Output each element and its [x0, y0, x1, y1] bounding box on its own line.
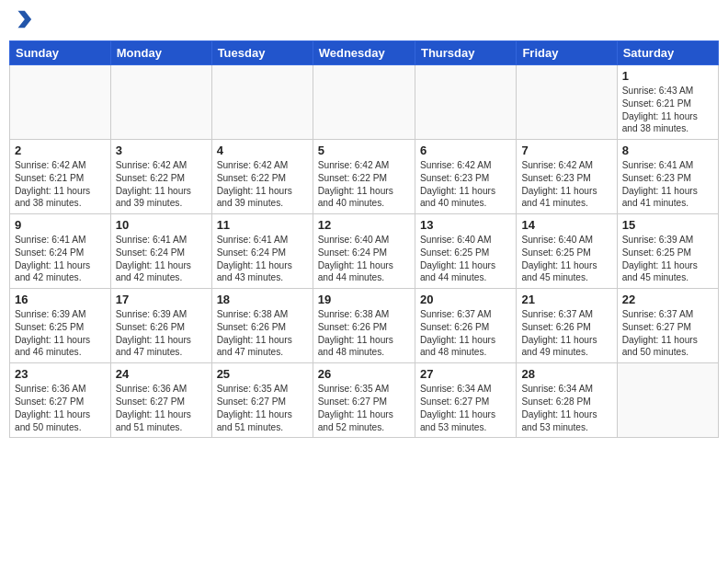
day-info: Sunrise: 6:40 AM Sunset: 6:25 PM Dayligh…	[420, 234, 511, 284]
day-number: 26	[318, 367, 410, 381]
day-number: 9	[15, 218, 106, 232]
day-info: Sunrise: 6:37 AM Sunset: 6:27 PM Dayligh…	[622, 308, 713, 359]
calendar-week-4: 16Sunrise: 6:39 AM Sunset: 6:25 PM Dayli…	[10, 289, 719, 363]
svg-marker-0	[18, 11, 32, 28]
calendar-table: SundayMondayTuesdayWednesdayThursdayFrid…	[9, 40, 719, 438]
calendar-cell: 14Sunrise: 6:40 AM Sunset: 6:25 PM Dayli…	[517, 214, 617, 289]
calendar-cell	[617, 363, 718, 438]
calendar-cell: 1Sunrise: 6:43 AM Sunset: 6:21 PM Daylig…	[617, 65, 718, 140]
day-header-monday: Monday	[110, 41, 211, 65]
calendar-cell: 4Sunrise: 6:42 AM Sunset: 6:22 PM Daylig…	[211, 140, 313, 214]
day-number: 21	[521, 293, 611, 306]
day-number: 12	[318, 218, 410, 232]
day-info: Sunrise: 6:35 AM Sunset: 6:27 PM Dayligh…	[318, 383, 410, 433]
day-info: Sunrise: 6:34 AM Sunset: 6:27 PM Dayligh…	[420, 383, 511, 433]
day-number: 4	[217, 144, 308, 157]
day-number: 10	[116, 218, 207, 232]
calendar-week-2: 2Sunrise: 6:42 AM Sunset: 6:21 PM Daylig…	[10, 140, 719, 214]
day-number: 3	[116, 144, 207, 157]
calendar-cell: 26Sunrise: 6:35 AM Sunset: 6:27 PM Dayli…	[313, 363, 415, 438]
day-info: Sunrise: 6:39 AM Sunset: 6:25 PM Dayligh…	[15, 308, 106, 359]
day-number: 15	[622, 218, 713, 232]
calendar-cell: 25Sunrise: 6:35 AM Sunset: 6:27 PM Dayli…	[211, 363, 313, 438]
day-number: 2	[15, 144, 106, 157]
day-info: Sunrise: 6:42 AM Sunset: 6:21 PM Dayligh…	[15, 159, 106, 210]
calendar-week-1: 1Sunrise: 6:43 AM Sunset: 6:21 PM Daylig…	[10, 65, 719, 140]
calendar-cell: 22Sunrise: 6:37 AM Sunset: 6:27 PM Dayli…	[617, 289, 718, 363]
calendar-cell: 5Sunrise: 6:42 AM Sunset: 6:22 PM Daylig…	[313, 140, 415, 214]
day-info: Sunrise: 6:42 AM Sunset: 6:23 PM Dayligh…	[420, 159, 511, 210]
page-header	[9, 9, 719, 33]
day-number: 19	[318, 293, 410, 306]
day-number: 18	[217, 293, 308, 306]
day-info: Sunrise: 6:35 AM Sunset: 6:27 PM Dayligh…	[217, 383, 308, 433]
day-header-thursday: Thursday	[415, 41, 516, 65]
day-info: Sunrise: 6:37 AM Sunset: 6:26 PM Dayligh…	[420, 308, 511, 359]
day-header-sunday: Sunday	[10, 41, 111, 65]
calendar-cell	[415, 65, 516, 140]
day-info: Sunrise: 6:40 AM Sunset: 6:24 PM Dayligh…	[318, 234, 410, 284]
day-number: 11	[217, 218, 308, 232]
day-header-friday: Friday	[517, 41, 617, 65]
calendar-cell	[110, 65, 211, 140]
day-number: 17	[116, 293, 207, 306]
calendar-cell: 24Sunrise: 6:36 AM Sunset: 6:27 PM Dayli…	[110, 363, 211, 438]
day-info: Sunrise: 6:41 AM Sunset: 6:24 PM Dayligh…	[116, 234, 207, 284]
day-info: Sunrise: 6:42 AM Sunset: 6:23 PM Dayligh…	[521, 159, 611, 210]
logo-icon	[13, 9, 33, 29]
calendar-cell: 2Sunrise: 6:42 AM Sunset: 6:21 PM Daylig…	[10, 140, 111, 214]
day-info: Sunrise: 6:38 AM Sunset: 6:26 PM Dayligh…	[217, 308, 308, 359]
calendar-cell: 11Sunrise: 6:41 AM Sunset: 6:24 PM Dayli…	[211, 214, 313, 289]
day-info: Sunrise: 6:41 AM Sunset: 6:23 PM Dayligh…	[622, 159, 713, 210]
calendar-cell: 17Sunrise: 6:39 AM Sunset: 6:26 PM Dayli…	[110, 289, 211, 363]
calendar-cell: 23Sunrise: 6:36 AM Sunset: 6:27 PM Dayli…	[10, 363, 111, 438]
day-number: 22	[622, 293, 713, 306]
calendar-cell: 8Sunrise: 6:41 AM Sunset: 6:23 PM Daylig…	[617, 140, 718, 214]
calendar-cell	[517, 65, 617, 140]
calendar-cell: 3Sunrise: 6:42 AM Sunset: 6:22 PM Daylig…	[110, 140, 211, 214]
day-info: Sunrise: 6:40 AM Sunset: 6:25 PM Dayligh…	[521, 234, 611, 284]
calendar-cell	[211, 65, 313, 140]
day-number: 16	[15, 293, 106, 306]
day-info: Sunrise: 6:39 AM Sunset: 6:26 PM Dayligh…	[116, 308, 207, 359]
calendar-cell: 9Sunrise: 6:41 AM Sunset: 6:24 PM Daylig…	[10, 214, 111, 289]
day-info: Sunrise: 6:34 AM Sunset: 6:28 PM Dayligh…	[521, 383, 611, 433]
day-number: 28	[521, 367, 611, 381]
calendar-cell: 10Sunrise: 6:41 AM Sunset: 6:24 PM Dayli…	[110, 214, 211, 289]
day-number: 8	[622, 144, 713, 157]
calendar-week-5: 23Sunrise: 6:36 AM Sunset: 6:27 PM Dayli…	[10, 363, 719, 438]
day-number: 27	[420, 367, 511, 381]
day-number: 5	[318, 144, 410, 157]
day-number: 7	[521, 144, 611, 157]
calendar-cell: 21Sunrise: 6:37 AM Sunset: 6:26 PM Dayli…	[517, 289, 617, 363]
day-info: Sunrise: 6:42 AM Sunset: 6:22 PM Dayligh…	[217, 159, 308, 210]
day-info: Sunrise: 6:37 AM Sunset: 6:26 PM Dayligh…	[521, 308, 611, 359]
calendar-cell: 12Sunrise: 6:40 AM Sunset: 6:24 PM Dayli…	[313, 214, 415, 289]
day-info: Sunrise: 6:42 AM Sunset: 6:22 PM Dayligh…	[318, 159, 410, 210]
day-info: Sunrise: 6:39 AM Sunset: 6:25 PM Dayligh…	[622, 234, 713, 284]
day-number: 20	[420, 293, 511, 306]
calendar-cell: 16Sunrise: 6:39 AM Sunset: 6:25 PM Dayli…	[10, 289, 111, 363]
day-info: Sunrise: 6:38 AM Sunset: 6:26 PM Dayligh…	[318, 308, 410, 359]
day-number: 13	[420, 218, 511, 232]
calendar-cell: 15Sunrise: 6:39 AM Sunset: 6:25 PM Dayli…	[617, 214, 718, 289]
calendar-cell: 6Sunrise: 6:42 AM Sunset: 6:23 PM Daylig…	[415, 140, 516, 214]
calendar-cell: 28Sunrise: 6:34 AM Sunset: 6:28 PM Dayli…	[517, 363, 617, 438]
calendar-cell: 20Sunrise: 6:37 AM Sunset: 6:26 PM Dayli…	[415, 289, 516, 363]
day-number: 25	[217, 367, 308, 381]
day-number: 6	[420, 144, 511, 157]
day-info: Sunrise: 6:36 AM Sunset: 6:27 PM Dayligh…	[15, 383, 106, 433]
calendar-cell: 27Sunrise: 6:34 AM Sunset: 6:27 PM Dayli…	[415, 363, 516, 438]
day-number: 14	[521, 218, 611, 232]
day-header-tuesday: Tuesday	[211, 41, 313, 65]
calendar-cell: 18Sunrise: 6:38 AM Sunset: 6:26 PM Dayli…	[211, 289, 313, 363]
day-number: 1	[622, 69, 713, 83]
day-info: Sunrise: 6:42 AM Sunset: 6:22 PM Dayligh…	[116, 159, 207, 210]
day-number: 24	[116, 367, 207, 381]
calendar-cell: 13Sunrise: 6:40 AM Sunset: 6:25 PM Dayli…	[415, 214, 516, 289]
calendar-cell	[10, 65, 111, 140]
calendar-cell: 7Sunrise: 6:42 AM Sunset: 6:23 PM Daylig…	[517, 140, 617, 214]
day-info: Sunrise: 6:36 AM Sunset: 6:27 PM Dayligh…	[116, 383, 207, 433]
calendar-cell: 19Sunrise: 6:38 AM Sunset: 6:26 PM Dayli…	[313, 289, 415, 363]
calendar-cell	[313, 65, 415, 140]
